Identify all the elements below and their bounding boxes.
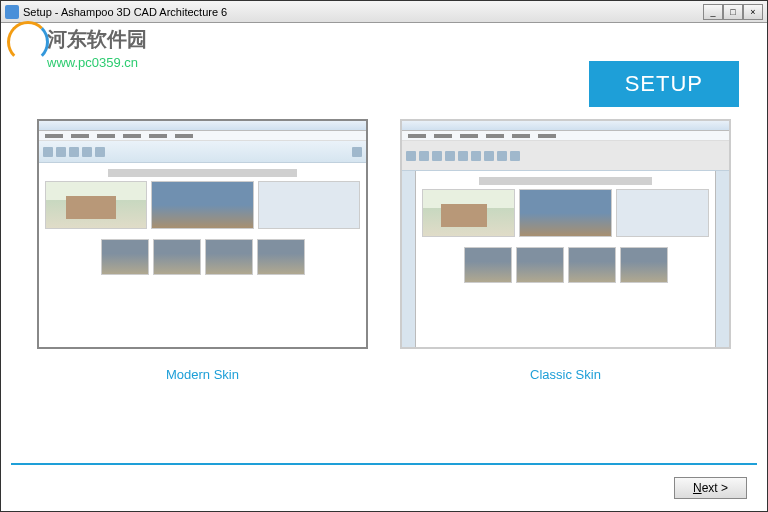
app-icon <box>5 5 19 19</box>
close-button[interactable]: × <box>743 4 763 20</box>
watermark-url: www.pc0359.cn <box>47 55 147 70</box>
skin-option-classic[interactable]: CLASSIC Classic Skin <box>400 119 731 382</box>
checkmark-icon: ✔ <box>334 348 356 349</box>
skin-preview-classic: CLASSIC <box>400 119 731 349</box>
skin-caption-modern: Modern Skin <box>37 367 368 382</box>
window-title-bar: Setup - Ashampoo 3D CAD Architecture 6 _… <box>1 1 767 23</box>
watermark: 河东软件园 www.pc0359.cn <box>7 21 147 70</box>
skin-preview-modern: MODERN (DEFAULT) ✔ <box>37 119 368 349</box>
next-button[interactable]: Next > <box>674 477 747 499</box>
watermark-site-name: 河东软件园 <box>47 26 147 53</box>
skin-caption-classic: Classic Skin <box>400 367 731 382</box>
skin-option-modern[interactable]: MODERN (DEFAULT) ✔ Modern Skin <box>37 119 368 382</box>
setup-header-badge: SETUP <box>589 61 739 107</box>
minimize-button[interactable]: _ <box>703 4 723 20</box>
maximize-button[interactable]: □ <box>723 4 743 20</box>
watermark-logo-icon <box>7 21 43 57</box>
window-title: Setup - Ashampoo 3D CAD Architecture 6 <box>23 6 227 18</box>
footer-divider <box>11 463 757 465</box>
